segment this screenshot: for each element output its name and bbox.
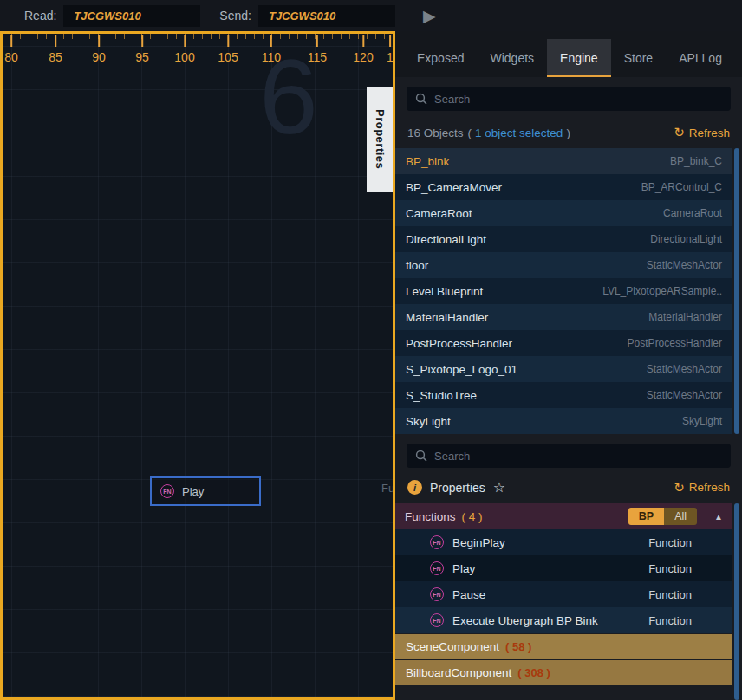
top-bar: Read: Send: ▶ <box>0 0 742 31</box>
refresh-icon: ↻ <box>674 480 685 496</box>
object-row[interactable]: DirectionalLight DirectionalLight <box>395 226 732 252</box>
objects-search[interactable] <box>407 87 731 111</box>
function-row[interactable]: FN Pause Function <box>395 581 732 607</box>
properties-side-tab[interactable]: Properties <box>367 87 393 192</box>
paren-open: ( <box>468 126 472 139</box>
ruler-tick: 85 <box>49 50 62 64</box>
bp-all-toggle: BP All <box>628 508 697 525</box>
properties-search-input[interactable] <box>434 450 722 463</box>
object-list: BP_bink BP_bink_C BP_CameraMover BP_ARCo… <box>395 148 742 434</box>
object-name: MaterialHandler <box>406 311 648 324</box>
read-input[interactable] <box>63 5 200 27</box>
function-name: Execute Ubergraph BP Bink <box>452 614 640 627</box>
object-name: DirectionalLight <box>406 233 650 246</box>
object-list-scrollbar[interactable] <box>734 148 739 434</box>
function-row[interactable]: FN BeginPlay Function <box>395 529 732 555</box>
fn-icon: FN <box>430 535 444 549</box>
object-type: StaticMeshActor <box>647 259 722 271</box>
ruler-tick: 120 <box>353 50 373 64</box>
tab-api-log[interactable]: API Log <box>666 39 735 77</box>
properties-title: Properties <box>430 481 485 495</box>
grid-watermark-digit: 6 <box>259 44 318 150</box>
tab-engine[interactable]: Engine <box>547 39 611 77</box>
object-name: SkyLight <box>406 415 682 428</box>
object-row[interactable]: MaterialHandler MaterialHandler <box>395 304 732 330</box>
play-icon[interactable]: ▶ <box>423 8 436 24</box>
object-type: DirectionalLight <box>650 233 722 245</box>
clipped-function-label: Fun <box>381 482 395 495</box>
search-icon <box>415 450 427 462</box>
object-type: StaticMeshActor <box>647 389 722 401</box>
object-name: S_StudioTree <box>406 389 647 402</box>
functions-count: ( 4 ) <box>462 510 483 523</box>
object-row[interactable]: S_StudioTree StaticMeshActor <box>395 382 732 408</box>
tab-store[interactable]: Store <box>611 39 666 77</box>
object-type: BP_bink_C <box>670 155 722 167</box>
ruler-tick: 105 <box>218 50 238 64</box>
function-type: Function <box>648 588 692 601</box>
tab-exposed[interactable]: Exposed <box>404 39 477 77</box>
canvas-viewport[interactable]: 80 85 90 95 100 105 110 115 120 1 6 Prop… <box>0 31 395 700</box>
properties-scrollbar[interactable] <box>734 503 739 700</box>
properties-tree: Functions ( 4 ) BP All ▲ FN BeginPlay Fu… <box>395 503 742 700</box>
group-scenecomponent[interactable]: SceneComponent ( 58 ) <box>395 634 732 659</box>
group-label: BillboardComponent <box>406 666 511 679</box>
objects-refresh-button[interactable]: ↻ Refresh <box>674 125 730 140</box>
ruler-tick: 100 <box>174 50 194 64</box>
function-row[interactable]: FN Execute Ubergraph BP Bink Function <box>395 607 732 633</box>
ruler-tick: 1 <box>387 50 394 64</box>
toggle-bp-button[interactable]: BP <box>628 508 664 525</box>
object-row[interactable]: CameraRoot CameraRoot <box>395 200 732 226</box>
object-name: CameraRoot <box>406 207 663 220</box>
object-type: CameraRoot <box>663 207 722 219</box>
object-name: floor <box>406 259 647 272</box>
properties-search[interactable] <box>407 444 731 468</box>
group-count: ( 58 ) <box>505 640 531 653</box>
fn-icon: FN <box>430 587 444 601</box>
object-row[interactable]: BP_CameraMover BP_ARControl_C <box>395 174 732 200</box>
object-name: BP_CameraMover <box>406 181 641 194</box>
search-icon <box>415 93 427 105</box>
side-panel: Exposed Widgets Engine Store API Log 16 … <box>395 31 742 700</box>
read-label: Read: <box>24 9 56 23</box>
functions-label: Functions <box>405 510 456 523</box>
paren-close: ) <box>566 126 570 139</box>
tab-widgets[interactable]: Widgets <box>477 39 547 77</box>
objects-search-input[interactable] <box>434 93 722 106</box>
properties-header: i Properties ☆ ↻ Refresh <box>407 479 730 496</box>
play-function-node[interactable]: FN Play <box>150 476 261 506</box>
functions-group-header[interactable]: Functions ( 4 ) BP All ▲ <box>395 503 732 529</box>
send-label: Send: <box>219 9 251 23</box>
object-name: PostProcessHandler <box>406 337 628 350</box>
object-row[interactable]: BP_bink BP_bink_C <box>395 148 732 174</box>
object-type: SkyLight <box>682 415 722 427</box>
ruler-minor-ticks <box>3 34 393 39</box>
object-name: BP_bink <box>406 155 670 168</box>
ruler-tick: 95 <box>135 50 149 64</box>
group-label: SceneComponent <box>406 640 499 653</box>
star-icon[interactable]: ☆ <box>493 479 505 496</box>
ruler-tick: 80 <box>4 50 18 64</box>
group-billboardcomponent[interactable]: BillboardComponent ( 308 ) <box>395 660 732 685</box>
object-row[interactable]: floor StaticMeshActor <box>395 252 732 278</box>
objects-selected-count: 1 object selected <box>475 126 563 139</box>
group-count: ( 308 ) <box>517 666 550 679</box>
object-type: MaterialHandler <box>648 311 722 323</box>
chevron-up-icon[interactable]: ▲ <box>714 512 723 522</box>
object-type: BP_ARControl_C <box>641 181 722 193</box>
info-icon[interactable]: i <box>407 480 422 495</box>
object-type: PostProcessHandler <box>628 337 722 349</box>
object-row[interactable]: PostProcessHandler PostProcessHandler <box>395 330 732 356</box>
object-row[interactable]: SkyLight SkyLight <box>395 408 732 434</box>
toggle-all-button[interactable]: All <box>664 508 697 525</box>
function-row[interactable]: FN Play Function <box>395 555 732 581</box>
object-row[interactable]: S_Pixotope_Logo_01 StaticMeshActor <box>395 356 732 382</box>
panel-tab-bar: Exposed Widgets Engine Store API Log <box>395 31 742 77</box>
fn-icon: FN <box>430 561 444 575</box>
send-input[interactable] <box>258 5 395 27</box>
object-row[interactable]: Level Blueprint LVL_PixotopeARSample.. <box>395 278 732 304</box>
fn-icon: FN <box>430 613 444 627</box>
object-type: LVL_PixotopeARSample.. <box>602 285 722 297</box>
properties-refresh-button[interactable]: ↻ Refresh <box>674 480 730 496</box>
fn-icon: FN <box>160 484 174 498</box>
